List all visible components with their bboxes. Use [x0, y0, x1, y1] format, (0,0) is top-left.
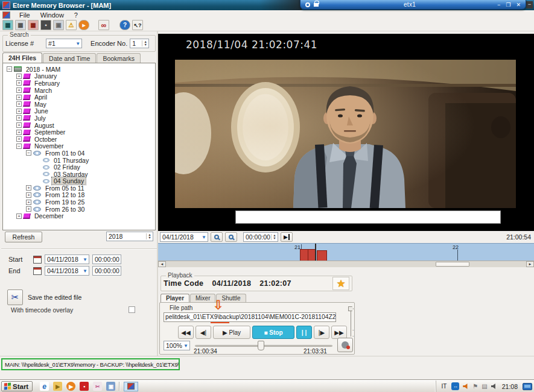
chevron-down-icon[interactable]: ▼	[74, 41, 81, 46]
menu-help[interactable]: ?	[73, 11, 79, 19]
tree-item[interactable]: +From 12 to 18	[4, 192, 154, 199]
tree-item[interactable]: 03 Saturday	[4, 171, 154, 178]
expand-icon[interactable]: +	[16, 87, 22, 93]
tree-item[interactable]: −November	[4, 143, 154, 150]
start-time-field[interactable]: 00:00:00	[92, 254, 121, 264]
spinner-arrows-icon[interactable]: ▲▼	[142, 40, 148, 46]
context-help-icon[interactable]: ↖?	[132, 20, 143, 30]
file-path-field[interactable]: pelitdesk_01\ETX9\backup\20181104\MEM001…	[164, 312, 336, 322]
tree-item[interactable]: 04 Sunday	[4, 178, 154, 185]
calendar-icon[interactable]	[33, 256, 42, 264]
tree-item[interactable]: 01 Thursday	[4, 157, 154, 164]
rdp-restore-button[interactable]: ❐	[506, 1, 510, 9]
tree-item-label[interactable]: 03 Saturday	[52, 171, 90, 178]
tree-item-label[interactable]: October	[33, 136, 59, 143]
expand-icon[interactable]: +	[26, 185, 31, 191]
tree-item[interactable]: +July	[4, 115, 154, 122]
step-back-button[interactable]: ◀|	[195, 326, 211, 339]
tree-item[interactable]: +January	[4, 73, 154, 80]
tree-item-label[interactable]: 2018 - MAM	[24, 66, 62, 73]
tree-item-label[interactable]: September	[33, 128, 67, 136]
pause-button[interactable]: | |	[296, 326, 312, 339]
timeline-scrollbar[interactable]: ◄ ►	[158, 261, 534, 267]
tree-item[interactable]: +September	[4, 128, 154, 136]
tree-item[interactable]: +February	[4, 80, 154, 87]
chevron-down-icon[interactable]: ▼	[200, 235, 208, 240]
printer-icon[interactable]: ▤	[482, 383, 487, 390]
tree-item-label[interactable]: 04 Sunday	[52, 177, 86, 185]
go-to-time-button[interactable]: ▶	[281, 232, 293, 242]
end-time-field[interactable]: 00:00:00	[92, 266, 121, 276]
warning-icon[interactable]: ⚠	[66, 20, 77, 30]
jump-time-spinner[interactable]: 00:00:00 ▲▼	[243, 232, 278, 242]
tree-item[interactable]: −2018 - MAM	[4, 66, 154, 73]
menu-window[interactable]: Window	[39, 11, 65, 19]
expand-icon[interactable]: +	[16, 109, 22, 114]
tree-item[interactable]: +March	[4, 87, 154, 94]
refresh-button[interactable]: Refresh	[5, 232, 42, 242]
pin-icon[interactable]	[305, 2, 310, 7]
expand-icon[interactable]: +	[16, 213, 22, 219]
binoculars-icon[interactable]: ∞	[98, 20, 109, 30]
scroll-left-arrow[interactable]: ◄	[158, 261, 166, 267]
expand-icon[interactable]: +	[16, 74, 22, 79]
tree-item-label[interactable]: From 26 to 30	[43, 206, 86, 213]
flag-icon[interactable]: ⚑	[472, 383, 478, 390]
tree-item-label[interactable]: April	[33, 93, 49, 101]
pink-app-icon[interactable]: ✂	[93, 382, 102, 391]
tree-item-label[interactable]: December	[33, 212, 65, 220]
rdp-minimize-button[interactable]: −	[497, 1, 500, 9]
zoom-in-button[interactable]	[211, 232, 223, 242]
tree-item[interactable]: +December	[4, 212, 154, 220]
shield-icon[interactable]: ▣	[53, 20, 64, 30]
tree-item-label[interactable]: 01 Thursday	[52, 157, 91, 164]
expand-icon[interactable]: +	[16, 101, 22, 107]
tab-mixer[interactable]: Mixer	[190, 294, 215, 302]
internet-explorer-icon[interactable]: e	[40, 382, 49, 391]
scroll-right-arrow[interactable]: ►	[526, 261, 534, 267]
tree-item[interactable]: +From 19 to 25	[4, 198, 154, 206]
menu-file[interactable]: File	[18, 11, 31, 19]
collapse-icon[interactable]: −	[16, 144, 22, 149]
tree-item[interactable]: +April	[4, 93, 154, 101]
tab-date-and-time[interactable]: Date and Time	[43, 53, 96, 63]
tree-item-label[interactable]: January	[33, 72, 59, 80]
zoom-out-button[interactable]	[225, 232, 237, 242]
expand-icon[interactable]: +	[26, 200, 31, 205]
speaker-icon[interactable]	[491, 384, 497, 389]
collapse-icon[interactable]: −	[26, 150, 31, 156]
tree-item-label[interactable]: June	[33, 107, 50, 115]
volume-orange-icon[interactable]	[463, 384, 469, 389]
year-spinner[interactable]: 2018 ▲▼	[106, 232, 153, 241]
rdp-close-button[interactable]: ✕	[516, 1, 521, 9]
expand-icon[interactable]: +	[26, 192, 31, 198]
teamviewer-icon[interactable]: ↔	[451, 382, 459, 390]
tree-item-label[interactable]: August	[33, 122, 56, 129]
active-task-button[interactable]	[124, 382, 138, 391]
red-app-icon[interactable]: ▪	[80, 382, 89, 391]
tree-item[interactable]: +August	[4, 122, 154, 129]
end-date-combo[interactable]: 04/11/2018 ▼	[45, 266, 89, 276]
media-player-icon[interactable]: ▶	[66, 382, 75, 391]
rewind-button[interactable]: ◀◀	[178, 326, 194, 339]
expand-icon[interactable]: +	[16, 130, 22, 135]
spinner-arrows-icon[interactable]: ▲▼	[271, 234, 278, 240]
blue-app-icon[interactable]: ▣	[106, 382, 115, 391]
date-tree[interactable]: −2018 - MAM+January+February+March+April…	[2, 63, 156, 230]
timecode-overlay-checkbox[interactable]	[129, 306, 135, 313]
tab-24h-files[interactable]: 24H Files	[2, 52, 42, 63]
expand-icon[interactable]: +	[16, 95, 22, 100]
calendar-icon[interactable]	[33, 267, 42, 275]
tree-item-label[interactable]: February	[33, 80, 62, 87]
tree-item-label[interactable]: July	[33, 115, 48, 122]
tree-item-label[interactable]: March	[33, 87, 54, 94]
fast-forward-button[interactable]: ▶▶	[331, 326, 347, 339]
app-minimize-button[interactable]: −	[526, 1, 533, 8]
tree-item[interactable]: −From 01 to 04	[4, 150, 154, 157]
scrollbar-thumb[interactable]	[436, 262, 469, 267]
record-icon[interactable]: ▸	[78, 20, 89, 30]
clip-gray-icon[interactable]: ▦	[15, 20, 26, 30]
playback-date-combo[interactable]: 04/11/2018 ▼	[160, 232, 208, 242]
tree-item-label[interactable]: From 01 to 04	[43, 150, 86, 157]
tree-item-label[interactable]: From 12 to 18	[43, 191, 86, 198]
